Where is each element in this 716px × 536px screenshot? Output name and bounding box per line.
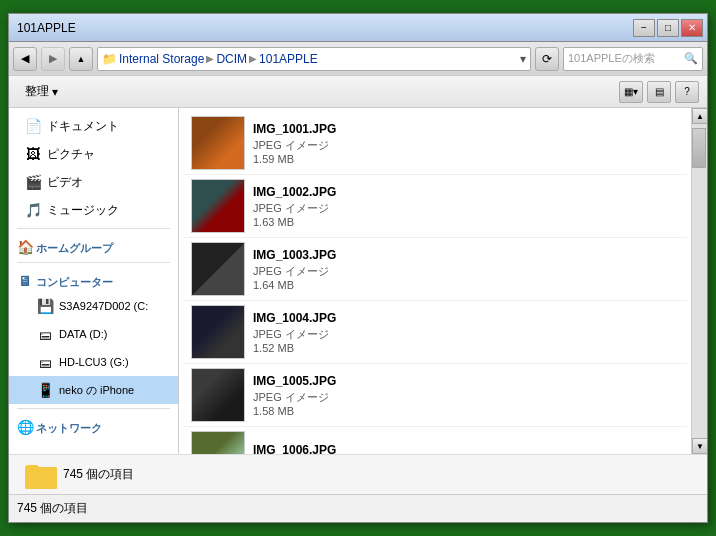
forward-button[interactable]: ▶ [41,47,65,71]
breadcrumb-item-3[interactable]: 101APPLE [259,52,318,66]
file-name-5: IMG_1005.JPG [253,374,679,388]
view-dropdown-button[interactable]: ▦▾ [619,81,643,103]
file-type-4: JPEG イメージ [253,327,679,342]
minimize-button[interactable]: − [633,19,655,37]
file-list-scrollbar[interactable]: ▲ ▼ [691,108,707,454]
sidebar-section-computer[interactable]: コンピューター [9,267,178,292]
sidebar-item-g-drive[interactable]: HD-LCU3 (G:) [9,348,178,376]
file-thumbnail-2 [191,179,245,233]
file-size-2: 1.63 MB [253,216,679,228]
file-size-1: 1.59 MB [253,153,679,165]
breadcrumb-item-1[interactable]: Internal Storage [119,52,204,66]
sidebar-item-pictures[interactable]: ピクチャ [9,140,178,168]
refresh-button[interactable]: ⟳ [535,47,559,71]
breadcrumb-item-2[interactable]: DCIM [216,52,247,66]
file-info-4: IMG_1004.JPG JPEG イメージ 1.52 MB [253,311,679,354]
g-drive-icon [37,354,53,370]
music-icon [25,202,41,218]
file-type-3: JPEG イメージ [253,264,679,279]
sidebar-divider-1 [17,228,170,229]
file-type-5: JPEG イメージ [253,390,679,405]
file-info-5: IMG_1005.JPG JPEG イメージ 1.58 MB [253,374,679,417]
sidebar-item-c-drive[interactable]: S3A9247D002 (C: [9,292,178,320]
search-bar[interactable]: 101APPLEの検索 🔍 [563,47,703,71]
file-item-img1005[interactable]: IMG_1005.JPG JPEG イメージ 1.58 MB [183,364,687,427]
file-item-img1003[interactable]: IMG_1003.JPG JPEG イメージ 1.64 MB [183,238,687,301]
organize-dropdown-icon: ▾ [52,85,58,99]
sidebar-item-videos[interactable]: ビデオ [9,168,178,196]
file-name-1: IMG_1001.JPG [253,122,679,136]
homegroup-icon [17,239,33,255]
file-name-4: IMG_1004.JPG [253,311,679,325]
file-size-4: 1.52 MB [253,342,679,354]
file-info-6: IMG_1006.JPG JPEG イメージ [253,443,679,455]
file-item-img1006[interactable]: IMG_1006.JPG JPEG イメージ [183,427,687,454]
scroll-down-button[interactable]: ▼ [692,438,707,454]
breadcrumb-bar[interactable]: 📁 Internal Storage ▶ DCIM ▶ 101APPLE ▾ [97,47,531,71]
file-thumbnail-1 [191,116,245,170]
bottom-folder-label: 745 個の項目 [63,466,134,483]
address-bar: ◀ ▶ ▲ 📁 Internal Storage ▶ DCIM ▶ 101APP… [9,42,707,76]
toolbar: 整理 ▾ ▦▾ ▤ ? [9,76,707,108]
sidebar-section-network[interactable]: ネットワーク [9,413,178,438]
vid-icon [25,174,41,190]
scrollbar-track[interactable] [692,124,707,438]
up-button[interactable]: ▲ [69,47,93,71]
sidebar-divider-2 [17,262,170,263]
pc-icon [17,273,33,289]
bottom-panel: 745 個の項目 [9,454,707,494]
close-button[interactable]: ✕ [681,19,703,37]
file-list: IMG_1001.JPG JPEG イメージ 1.59 MB IMG_1002.… [179,108,691,454]
c-drive-icon [37,298,53,314]
toolbar-right: ▦▾ ▤ ? [619,81,699,103]
file-thumbnail-4 [191,305,245,359]
sidebar-divider-3 [17,408,170,409]
sidebar-section-homegroup[interactable]: ホームグループ [9,233,178,258]
maximize-button[interactable]: □ [657,19,679,37]
file-type-1: JPEG イメージ [253,138,679,153]
back-button[interactable]: ◀ [13,47,37,71]
sidebar-item-iphone[interactable]: neko の iPhone [9,376,178,404]
sidebar-item-music[interactable]: ミュージック [9,196,178,224]
file-size-5: 1.58 MB [253,405,679,417]
pic-icon [25,146,41,162]
file-name-3: IMG_1003.JPG [253,248,679,262]
search-icon[interactable]: 🔍 [684,52,698,65]
d-drive-icon [37,326,53,342]
window-controls: − □ ✕ [633,19,703,37]
file-thumbnail-5 [191,368,245,422]
file-thumbnail-3 [191,242,245,296]
scrollbar-thumb[interactable] [692,128,706,168]
layout-button[interactable]: ▤ [647,81,671,103]
folder-icon: 📁 [102,52,117,66]
file-thumbnail-6 [191,431,245,454]
file-item-img1004[interactable]: IMG_1004.JPG JPEG イメージ 1.52 MB [183,301,687,364]
scroll-up-button[interactable]: ▲ [692,108,707,124]
doc-icon [25,118,41,134]
network-icon [17,419,33,435]
file-item-img1001[interactable]: IMG_1001.JPG JPEG イメージ 1.59 MB [183,112,687,175]
sidebar: ドキュメント ピクチャ ビデオ ミュージック ホームグループ [9,108,179,454]
file-item-img1002[interactable]: IMG_1002.JPG JPEG イメージ 1.63 MB [183,175,687,238]
window-title: 101APPLE [17,21,76,35]
status-item-count: 745 個の項目 [17,500,88,517]
status-bar: 745 個の項目 [9,494,707,522]
folder-icon-large [25,461,57,489]
explorer-window: 101APPLE − □ ✕ ◀ ▶ ▲ 📁 Internal Storage … [8,13,708,523]
sidebar-item-documents[interactable]: ドキュメント [9,112,178,140]
search-placeholder: 101APPLEの検索 [568,51,684,66]
file-info-2: IMG_1002.JPG JPEG イメージ 1.63 MB [253,185,679,228]
content-area: ドキュメント ピクチャ ビデオ ミュージック ホームグループ [9,108,707,454]
file-info-1: IMG_1001.JPG JPEG イメージ 1.59 MB [253,122,679,165]
iphone-icon [37,382,53,398]
file-name-6: IMG_1006.JPG [253,443,679,455]
organize-button[interactable]: 整理 ▾ [17,80,66,104]
bottom-folder-item[interactable]: 745 個の項目 [17,457,142,493]
file-name-2: IMG_1002.JPG [253,185,679,199]
sidebar-item-d-drive[interactable]: DATA (D:) [9,320,178,348]
help-button[interactable]: ? [675,81,699,103]
breadcrumb-dropdown[interactable]: ▾ [520,52,526,66]
file-type-2: JPEG イメージ [253,201,679,216]
file-info-3: IMG_1003.JPG JPEG イメージ 1.64 MB [253,248,679,291]
title-bar: 101APPLE − □ ✕ [9,14,707,42]
